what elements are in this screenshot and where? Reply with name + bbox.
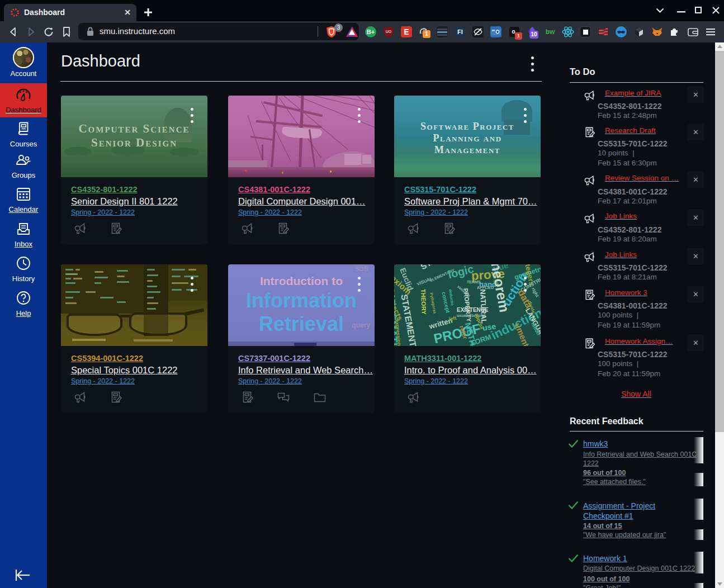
svg-text:UO: UO — [386, 30, 392, 34]
svg-text:FI: FI — [457, 29, 463, 35]
